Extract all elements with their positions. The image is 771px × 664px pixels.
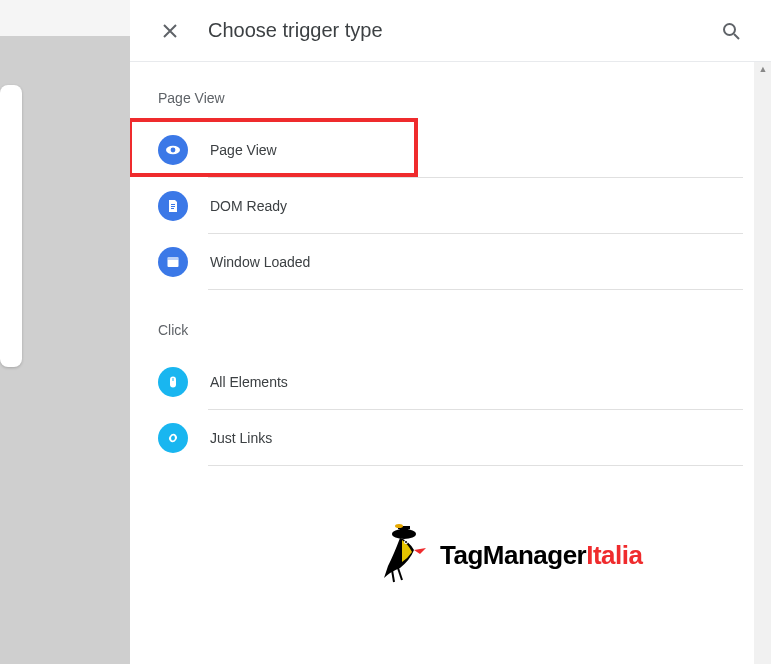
scroll-up-arrow-icon[interactable]: ▲ bbox=[758, 64, 768, 74]
trigger-window-loaded[interactable]: Window Loaded bbox=[158, 234, 743, 289]
close-icon bbox=[163, 24, 177, 38]
window-icon bbox=[158, 247, 188, 277]
svg-rect-5 bbox=[171, 206, 175, 207]
trigger-label: Window Loaded bbox=[210, 254, 310, 270]
brand-logo: TagManagerItalia bbox=[370, 520, 642, 590]
divider bbox=[208, 465, 743, 466]
trigger-dom-ready[interactable]: DOM Ready bbox=[158, 178, 743, 233]
panel-title: Choose trigger type bbox=[208, 19, 719, 42]
search-button[interactable] bbox=[719, 19, 743, 43]
trigger-label: All Elements bbox=[210, 374, 288, 390]
brand-part1: TagManager bbox=[440, 540, 586, 570]
trigger-label: Just Links bbox=[210, 430, 272, 446]
trigger-all-elements[interactable]: All Elements bbox=[158, 354, 743, 409]
bird-logo-icon bbox=[370, 520, 440, 590]
section-title-click: Click bbox=[158, 312, 743, 354]
eye-icon bbox=[158, 135, 188, 165]
svg-point-0 bbox=[724, 24, 735, 35]
background-card bbox=[0, 85, 22, 367]
svg-line-17 bbox=[392, 570, 394, 582]
mouse-icon bbox=[158, 367, 188, 397]
trigger-label: Page View bbox=[210, 142, 277, 158]
svg-rect-10 bbox=[173, 378, 174, 381]
background-top bbox=[0, 0, 130, 36]
svg-point-16 bbox=[405, 541, 407, 543]
search-icon bbox=[722, 22, 740, 40]
svg-line-18 bbox=[398, 568, 402, 580]
svg-point-14 bbox=[395, 524, 403, 528]
svg-point-3 bbox=[171, 147, 176, 152]
trigger-just-links[interactable]: Just Links bbox=[158, 410, 743, 465]
svg-line-1 bbox=[734, 34, 739, 39]
scrollbar-track[interactable] bbox=[754, 62, 771, 664]
brand-part2: Italia bbox=[586, 540, 642, 570]
svg-rect-4 bbox=[171, 204, 175, 205]
svg-rect-6 bbox=[171, 208, 174, 209]
document-icon bbox=[158, 191, 188, 221]
section-title-page-view: Page View bbox=[158, 80, 743, 122]
trigger-page-view[interactable]: Page View bbox=[158, 122, 743, 177]
close-button[interactable] bbox=[158, 19, 182, 43]
trigger-label: DOM Ready bbox=[210, 198, 287, 214]
link-icon bbox=[158, 423, 188, 453]
svg-rect-8 bbox=[168, 257, 179, 260]
brand-text: TagManagerItalia bbox=[440, 540, 642, 571]
panel-header: Choose trigger type bbox=[130, 0, 771, 62]
